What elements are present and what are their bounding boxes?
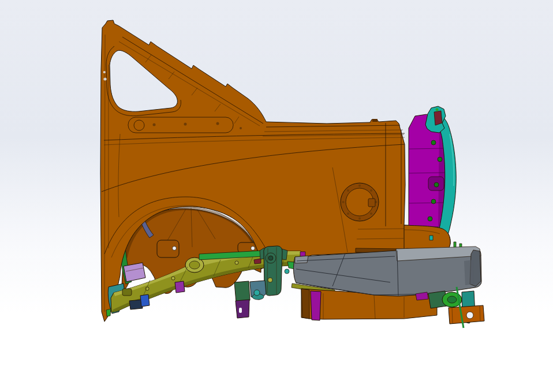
- bracket-insert: [434, 111, 442, 125]
- slot-dot: [240, 127, 242, 129]
- small-purple-block[interactable]: [175, 281, 185, 293]
- slot-dot: [184, 123, 187, 126]
- hitch-cylinder-core: [447, 296, 457, 303]
- underbody-magenta-strip[interactable]: [311, 291, 321, 320]
- tab-hole: [251, 247, 255, 251]
- filler-latch: [368, 199, 375, 207]
- cad-viewport[interactable]: [0, 0, 553, 392]
- tab-hole: [173, 247, 177, 251]
- shock-lug: [282, 249, 287, 260]
- teal-screw: [285, 269, 289, 274]
- shock-bolt: [268, 278, 272, 282]
- spring-hanger-bracket[interactable]: [234, 281, 250, 318]
- hanger-lower[interactable]: [236, 300, 249, 318]
- shock-boss-inner: [268, 256, 273, 260]
- red-sliver: [254, 259, 261, 264]
- rail-bump: [372, 119, 378, 122]
- underbody-edge: [301, 289, 309, 319]
- bumper-inner-shadow: [464, 260, 474, 285]
- pivot-knob: [254, 290, 260, 296]
- pillar-hole: [103, 71, 106, 73]
- receiver-hole: [466, 312, 473, 319]
- rail-slot: [122, 289, 132, 296]
- hanger-slot: [239, 308, 242, 313]
- rail-washer-inner: [189, 261, 200, 269]
- pivot-bracket[interactable]: [250, 281, 266, 300]
- blue-block[interactable]: [140, 294, 150, 307]
- slot-dot: [153, 124, 156, 126]
- slot-dot: [216, 122, 219, 125]
- model-canvas[interactable]: [0, 0, 553, 392]
- green-sliver: [106, 309, 111, 316]
- hanger-upper[interactable]: [234, 281, 250, 302]
- fuel-filler-ring[interactable]: [341, 183, 379, 221]
- bracket-dot: [436, 109, 439, 111]
- teal-clip: [429, 236, 433, 240]
- bumper-left-sliver: [295, 256, 308, 263]
